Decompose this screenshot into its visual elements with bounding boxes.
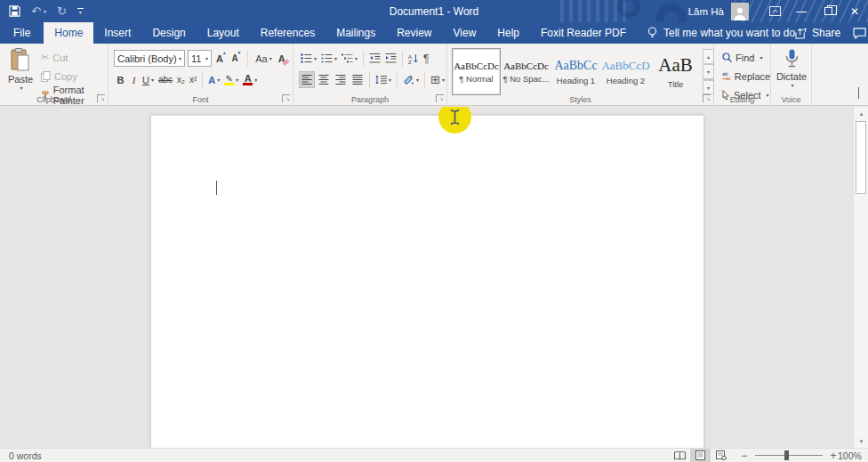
paragraph-dialog-launcher[interactable]: ↘ [436, 94, 444, 102]
cut-label: Cut [52, 53, 68, 63]
styles-scroll-up-button[interactable]: ▴ [703, 49, 714, 64]
shading-button[interactable]: ▾ [401, 71, 421, 88]
line-spacing-button[interactable]: ▾ [374, 71, 393, 88]
dropdown-caret-icon: ▾ [791, 82, 793, 88]
style-no-spacing[interactable]: AaBbCcDc ¶ No Spac... [502, 48, 551, 95]
zoom-out-button[interactable]: − [740, 450, 749, 462]
decrease-indent-button[interactable] [367, 50, 382, 67]
tab-mailings[interactable]: Mailings [326, 22, 386, 44]
strikethrough-label: abc [158, 75, 173, 85]
tab-layout[interactable]: Layout [197, 22, 250, 44]
style-heading-2[interactable]: AaBbCcD Heading 2 [601, 48, 650, 95]
read-mode-button[interactable] [670, 449, 690, 462]
vertical-scrollbar[interactable]: ▲ ▼ [853, 107, 868, 448]
share-button[interactable]: Share [795, 27, 840, 39]
font-dialog-launcher[interactable]: ↘ [282, 94, 290, 102]
zoom-slider-thumb[interactable] [784, 450, 789, 460]
zoom-percentage[interactable]: 100% [838, 450, 868, 461]
bold-button[interactable]: B [114, 71, 127, 88]
borders-button[interactable]: ⊞▾ [429, 71, 446, 88]
user-name[interactable]: Lâm Hà [688, 6, 724, 17]
dropdown-caret-icon: ▾ [151, 77, 154, 83]
collapse-ribbon-button[interactable] [858, 88, 859, 99]
style-heading-1[interactable]: AaBbCc Heading 1 [551, 48, 600, 95]
text-highlight-button[interactable]: ✎▾ [222, 71, 240, 88]
tab-view[interactable]: View [443, 22, 487, 44]
user-avatar[interactable] [731, 3, 749, 20]
strikethrough-button[interactable]: abc [157, 71, 174, 88]
styles-dialog-launcher[interactable]: ↘ [703, 94, 711, 102]
word-count[interactable]: 0 words [9, 450, 42, 461]
zoom-in-button[interactable]: + [829, 450, 838, 462]
underline-button[interactable]: U▾ [141, 71, 156, 88]
tab-foxit-reader-pdf[interactable]: Foxit Reader PDF [530, 22, 637, 44]
bullets-button[interactable]: ▾ [299, 50, 318, 67]
align-right-button[interactable] [333, 71, 349, 88]
scroll-down-button[interactable]: ▼ [854, 434, 868, 448]
document-area[interactable] [0, 107, 853, 448]
justify-button[interactable] [350, 71, 366, 88]
redo-button[interactable]: ↻ [57, 4, 67, 18]
clear-formatting-button[interactable]: A [277, 50, 287, 67]
styles-scroll-down-button[interactable]: ▾ [703, 64, 714, 79]
copy-button[interactable]: Copy [39, 68, 108, 85]
style-title[interactable]: AaB Title [651, 48, 700, 95]
replace-button[interactable]: ab+ac Replace [720, 68, 772, 85]
align-left-button[interactable] [299, 71, 315, 88]
qat-customize-button[interactable]: ▾ [77, 8, 84, 14]
save-button[interactable] [9, 5, 20, 17]
minimize-button[interactable]: — [788, 0, 815, 22]
undo-icon: ↶ [31, 4, 41, 18]
undo-button[interactable]: ↶▾ [31, 4, 46, 18]
font-color-icon: A [243, 74, 253, 85]
decrease-indent-icon [369, 53, 381, 63]
comments-icon[interactable] [853, 28, 866, 39]
sort-button[interactable]: AZ [406, 50, 421, 67]
style-preview: AaB [658, 54, 693, 77]
style-name: Title [668, 79, 684, 89]
font-size-select[interactable]: 11 ▾ [188, 50, 212, 67]
tab-references[interactable]: References [250, 22, 326, 44]
print-layout-button[interactable] [690, 449, 711, 462]
redo-icon: ↻ [57, 4, 67, 18]
styles-more-button[interactable]: ▾ [703, 79, 714, 94]
paste-button[interactable]: Paste ▾ [4, 48, 36, 100]
change-case-button[interactable]: Aa▾ [253, 50, 273, 67]
tell-me-box[interactable]: Tell me what you want to do [647, 22, 795, 44]
italic-button[interactable]: I [128, 71, 140, 88]
web-layout-icon [716, 450, 727, 460]
scroll-up-button[interactable]: ▲ [854, 107, 868, 120]
font-color-button[interactable]: A▾ [241, 71, 259, 88]
clipboard-dialog-launcher[interactable]: ↘ [97, 94, 105, 102]
text-effects-button[interactable]: A▾ [206, 71, 221, 88]
show-hide-pilcrow-button[interactable]: ¶ [422, 50, 430, 67]
superscript-button[interactable]: x² [188, 71, 198, 88]
tab-help[interactable]: Help [486, 22, 530, 44]
tab-review[interactable]: Review [386, 22, 442, 44]
zoom-slider[interactable] [755, 455, 823, 456]
increase-indent-button[interactable] [383, 50, 398, 67]
subscript-button[interactable]: x₂ [175, 71, 187, 88]
align-center-button[interactable] [316, 71, 332, 88]
cut-button[interactable]: ✂ Cut [39, 49, 108, 66]
copy-label: Copy [54, 71, 77, 82]
document-page[interactable] [150, 115, 704, 448]
scrollbar-thumb[interactable] [856, 121, 866, 194]
tab-home[interactable]: Home [44, 22, 93, 44]
numbering-button[interactable]: ▾ [319, 50, 339, 67]
close-button[interactable]: ✕ [841, 0, 868, 22]
tab-file[interactable]: File [0, 22, 44, 44]
tab-design[interactable]: Design [141, 22, 196, 44]
find-button[interactable]: Find ▾ [720, 49, 772, 66]
dictate-button[interactable]: Dictate ▾ [774, 49, 809, 88]
web-layout-button[interactable] [711, 449, 731, 462]
restore-button[interactable] [815, 0, 841, 22]
tab-insert[interactable]: Insert [93, 22, 141, 44]
shrink-font-button[interactable]: A▾ [229, 50, 242, 67]
style-normal[interactable]: AaBbCcDc ¶ Normal [452, 48, 501, 95]
group-clipboard: Paste ▾ ✂ Cut Copy Format Painter Clipbo… [0, 44, 108, 105]
ribbon-display-options-button[interactable] [761, 0, 788, 22]
grow-font-button[interactable]: A▴ [214, 50, 227, 67]
font-name-select[interactable]: Calibri (Body) ▾ [114, 50, 185, 67]
multilevel-list-button[interactable]: ▾ [340, 50, 359, 67]
